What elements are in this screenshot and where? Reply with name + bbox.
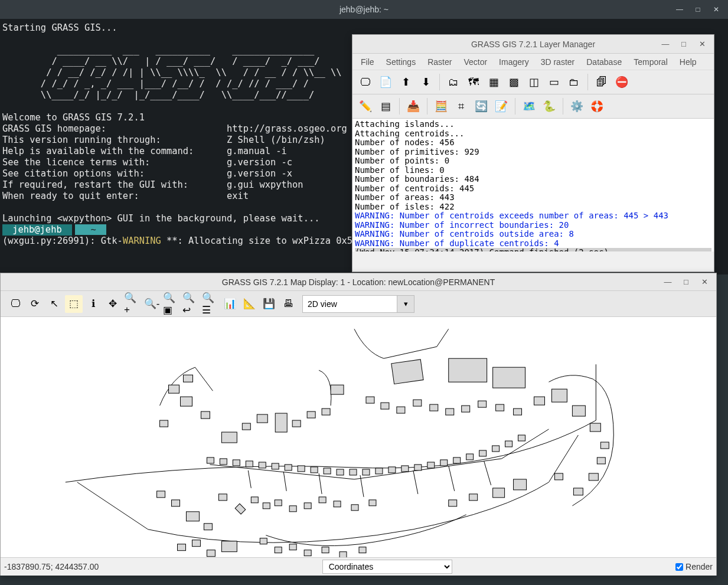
save-workspace-icon[interactable]: ⬇ (416, 73, 435, 91)
terminal-titlebar[interactable]: jehb@jehb: ~ — □ ✕ (0, 0, 728, 19)
close-icon[interactable]: ✕ (694, 38, 710, 51)
svg-rect-0 (169, 385, 179, 393)
render-map-icon[interactable]: ⟳ (26, 295, 44, 313)
cartographic-icon[interactable]: 🗺️ (520, 97, 538, 116)
zoom-in-icon[interactable]: 🔍+ (123, 295, 141, 313)
map-canvas[interactable] (1, 317, 716, 557)
close-icon[interactable]: ✕ (696, 276, 713, 289)
svg-rect-52 (427, 462, 435, 468)
analyze-icon[interactable]: 📊 (221, 295, 239, 313)
maximize-icon[interactable]: □ (675, 38, 692, 51)
pointer-icon[interactable]: ↖ (45, 295, 63, 313)
script-icon[interactable]: 📝 (492, 97, 511, 116)
svg-rect-14 (449, 358, 487, 382)
menu-imagery[interactable]: Imagery (493, 55, 535, 69)
zoom-menu-icon[interactable]: 🔍☰ (201, 295, 219, 313)
svg-rect-27 (551, 389, 567, 402)
raster-calc-icon[interactable]: 🧮 (432, 97, 450, 116)
svg-rect-44 (324, 468, 331, 474)
svg-rect-62 (186, 512, 199, 521)
status-mode-select[interactable]: Coordinates (322, 560, 452, 574)
svg-rect-66 (251, 497, 258, 503)
zoom-out-icon[interactable]: 🔍- (143, 295, 161, 313)
attribute-table-icon[interactable]: ▤ (376, 97, 395, 116)
print-icon[interactable]: 🖶 (279, 295, 297, 313)
georectify-icon[interactable]: ⌗ (452, 97, 471, 116)
svg-rect-61 (172, 500, 180, 506)
new-workspace-icon[interactable]: 📄 (376, 73, 395, 91)
minimize-icon[interactable]: — (657, 38, 674, 51)
layer-manager-window: GRASS GIS 7.2.1 Layer Manager — □ ✕ File… (352, 34, 714, 272)
svg-rect-30 (600, 442, 609, 449)
menu-temporal[interactable]: Temporal (628, 55, 674, 69)
help-icon[interactable]: 🛟 (587, 97, 606, 116)
prompt-user: jehb@jehb (2, 224, 72, 236)
menu-vector[interactable]: Vector (458, 55, 493, 69)
add-layers-icon[interactable]: 🗂 (444, 73, 463, 91)
svg-rect-21 (446, 408, 454, 415)
svg-rect-8 (275, 413, 287, 432)
add-raster3d-icon[interactable]: ▦ (484, 73, 503, 91)
svg-rect-84 (275, 547, 282, 553)
add-raster-icon[interactable]: 🗺 (464, 73, 483, 91)
layermgr-output[interactable]: Attaching islands... Attaching centroids… (352, 119, 714, 251)
view-mode-select[interactable]: ▾ (302, 295, 414, 313)
view-mode-input[interactable] (302, 295, 397, 313)
query-icon[interactable]: ℹ (84, 295, 102, 313)
add-vector-misc-icon[interactable]: ◫ (524, 73, 543, 91)
render-checkbox[interactable]: Render (675, 562, 713, 571)
svg-rect-13 (391, 360, 423, 384)
maximize-icon[interactable]: □ (678, 276, 694, 289)
menu-help[interactable]: Help (674, 55, 703, 69)
svg-rect-33 (573, 488, 583, 495)
svg-rect-53 (440, 460, 448, 466)
menu-database[interactable]: Database (580, 55, 628, 69)
modeler-icon[interactable]: 🔄 (472, 97, 491, 116)
render-checkbox-input[interactable] (675, 563, 683, 571)
pan-icon[interactable]: ✥ (104, 295, 122, 313)
layermgr-titlebar[interactable]: GRASS GIS 7.2.1 Layer Manager — □ ✕ (352, 35, 714, 54)
settings-icon[interactable]: ⚙️ (567, 97, 586, 116)
maximize-icon[interactable]: □ (690, 3, 706, 16)
layermgr-title: GRASS GIS 7.2.1 Layer Manager (471, 40, 595, 49)
menu-file[interactable]: File (355, 55, 380, 69)
menu-raster[interactable]: Raster (422, 55, 458, 69)
remove-layer-icon[interactable]: 🗐 (592, 73, 611, 91)
svg-rect-32 (589, 473, 598, 481)
open-workspace-icon[interactable]: ⬆ (396, 73, 415, 91)
svg-rect-42 (298, 466, 305, 472)
dropdown-icon[interactable]: ▾ (397, 295, 414, 313)
add-vector-icon[interactable]: ▩ (504, 73, 523, 91)
zoom-extent-icon[interactable]: 🔍▣ (162, 295, 180, 313)
add-overlay-icon[interactable]: 📐 (240, 295, 258, 313)
svg-rect-68 (275, 500, 282, 506)
delete-layer-icon[interactable]: ⛔ (612, 73, 631, 91)
add-overlay-icon[interactable]: ▭ (544, 73, 563, 91)
gtk-warning: WARNING (123, 236, 161, 246)
svg-rect-24 (496, 404, 504, 411)
import-icon[interactable]: 📥 (404, 97, 423, 116)
menu-settings[interactable]: Settings (380, 55, 422, 69)
add-group-icon[interactable]: 🗀 (564, 73, 583, 91)
svg-rect-72 (334, 501, 341, 507)
close-icon[interactable]: ✕ (708, 3, 724, 16)
term-line: \\____/_/ |_/_/ |_/____/____/ \\____/___… (2, 90, 314, 100)
output-line: Number of points: 0 (355, 156, 711, 166)
minimize-icon[interactable]: — (671, 3, 688, 16)
display-map-icon[interactable]: 🖵 (6, 295, 24, 313)
minimize-icon[interactable]: — (660, 276, 676, 289)
menu-3d-raster[interactable]: 3D raster (535, 55, 581, 69)
svg-rect-9 (292, 420, 301, 427)
svg-rect-79 (178, 544, 186, 551)
term-line: This version running through: Z Shell (/… (2, 135, 325, 145)
zoom-last-icon[interactable]: 🔍↩ (182, 295, 200, 313)
svg-rect-86 (304, 550, 311, 556)
select-icon[interactable]: ⬚ (65, 295, 83, 313)
python-icon[interactable]: 🐍 (540, 97, 559, 116)
edit-icon[interactable]: ✏️ (356, 97, 375, 116)
mapdisp-titlebar[interactable]: GRASS GIS 7.2.1 Map Display: 1 - Locatio… (1, 273, 716, 291)
save-display-icon[interactable]: 💾 (260, 295, 278, 313)
svg-rect-43 (311, 467, 318, 473)
svg-rect-48 (376, 468, 383, 474)
new-display-icon[interactable]: 🖵 (356, 73, 375, 91)
